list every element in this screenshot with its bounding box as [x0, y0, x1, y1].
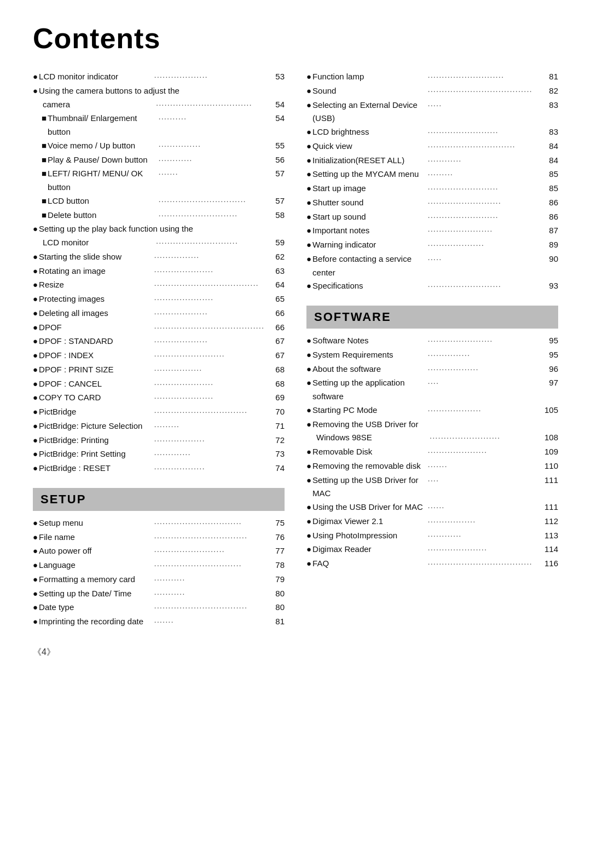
entry-dots: ······························· [428, 140, 543, 154]
list-item: ●Specifications·························… [306, 279, 558, 294]
bullet: ● [306, 348, 311, 362]
entry-dots: ···················· [428, 238, 543, 252]
entry-label: Using the USB Driver for MAC [312, 501, 427, 514]
entry-dots: ················· [428, 515, 543, 529]
list-item: ■Thumbnail/ Enlargement button··········… [33, 112, 285, 139]
entry-label: Setting up the Date/ Time [39, 587, 154, 601]
list-item: ●Shutter sound··························… [306, 196, 558, 210]
bullet: ● [33, 601, 38, 614]
software-entries: ●Software Notes·······················95… [306, 334, 558, 571]
entry-page: 113 [543, 529, 558, 543]
bullet: ● [33, 559, 38, 572]
entry-page: 65 [269, 292, 285, 306]
entry-dots: ······················· [428, 334, 543, 348]
entry-page: 109 [543, 445, 558, 459]
bullet: ■ [42, 209, 47, 222]
entry-label: File name [39, 531, 154, 544]
list-item: ●Initialization(RESET ALL)············84 [306, 154, 558, 168]
entry-dots: ············ [428, 529, 543, 543]
entry-dots: ········· [154, 419, 269, 434]
entry-dots: ······ [428, 501, 543, 515]
bullet: ● [33, 377, 38, 391]
list-item: ●COPY TO CARD·····················69 [33, 391, 285, 405]
entry-label: Setting up the MYCAM menu [312, 168, 427, 181]
page-title: Contents [33, 22, 558, 55]
entry-label: DPOF [39, 321, 154, 335]
entry-label: Language [39, 559, 154, 572]
entry-dots: ························· [428, 182, 543, 196]
entry-label: Removing the removable disk [312, 459, 427, 473]
entry-label: Removing the USB Driver for [312, 418, 558, 432]
entry-page: 85 [543, 182, 558, 196]
entry-label: Imprinting the recording date [39, 615, 154, 629]
list-item: ●Starting the slide show················… [33, 250, 285, 265]
entry-dots: ······· [428, 459, 543, 474]
entry-label: Play & Pause/ Down button [48, 153, 158, 167]
entry-dots: ························· [428, 125, 543, 140]
entry-dots: ······························· [159, 194, 269, 209]
entry-label: Setup menu [39, 516, 154, 530]
entry-dots: ······· [154, 615, 269, 629]
entry-label: FAQ [312, 557, 427, 571]
entry-label: Selecting an External Device (USB) [312, 99, 427, 126]
list-item: ●Start up image·························… [306, 182, 558, 196]
bullet: ■ [42, 167, 47, 181]
list-item: ●System Requirements···············95 [306, 348, 558, 363]
entry-dots: ································· [154, 531, 269, 545]
list-item: ●Selecting an External Device (USB)·····… [306, 99, 558, 126]
entry-page: 84 [543, 154, 558, 168]
list-item: ●Language·······························… [33, 559, 285, 573]
entry-label: DPOF : CANCEL [39, 377, 154, 391]
list-item: ●Software Notes·······················95 [306, 334, 558, 348]
entry-page: 86 [543, 196, 558, 210]
entry-dots: ················· [154, 363, 269, 377]
entry-page: 111 [543, 474, 558, 487]
entry-label: PictBridge: Printing [39, 434, 154, 447]
entry-label: Using the camera buttons to adjust the [39, 84, 285, 98]
bullet: ● [306, 238, 311, 252]
entry-label: Starting the slide show [39, 250, 154, 264]
entry-page: 68 [269, 377, 285, 391]
entry-page: 80 [269, 601, 285, 614]
list-item: ●Sound··································… [306, 84, 558, 99]
entry-label: Setting up the application software [312, 376, 427, 404]
entry-page: 96 [543, 363, 558, 376]
bullet: ● [33, 462, 38, 475]
entry-page: 93 [543, 279, 558, 293]
entry-dots: ·········· [159, 112, 269, 126]
entry-page: 114 [543, 543, 558, 556]
entry-label: Thumbnail/ Enlargement button [48, 112, 158, 139]
bullet: ● [306, 182, 311, 196]
entry-label: Auto power off [39, 544, 154, 558]
entry-dots: ·················· [154, 434, 269, 448]
bullet: ● [306, 168, 311, 181]
entry-page: 79 [269, 573, 285, 587]
list-item: ●Function lamp··························… [306, 70, 558, 84]
entry-page: 68 [269, 363, 285, 377]
list-item: ●About the software··················96 [306, 363, 558, 377]
entry-label: System Requirements [312, 348, 427, 362]
entry-label: Digimax Reader [312, 543, 427, 556]
entry-dots: ··················· [154, 335, 269, 349]
right-main-entries: ●Function lamp··························… [306, 70, 558, 294]
list-item: ●Using PhotoImpression············113 [306, 529, 558, 543]
list-item: ■LEFT/ RIGHT/ MENU/ OK button·······57 [33, 167, 285, 194]
entry-label: camera [43, 98, 156, 112]
entry-label: Setting up the play back function using … [39, 222, 285, 236]
entry-dots: ····················· [154, 377, 269, 392]
entry-label: Setting up the USB Driver for MAC [312, 474, 427, 501]
entry-label: Using PhotoImpression [312, 529, 427, 543]
entry-page: 57 [269, 194, 285, 208]
entry-dots: ································· [154, 405, 269, 419]
list-item: ●LCD brightness·························… [306, 125, 558, 140]
entry-label: PictBridge [39, 405, 154, 419]
entry-dots: ························· [430, 431, 543, 445]
entry-label: LEFT/ RIGHT/ MENU/ OK button [48, 167, 158, 194]
entry-label: Removable Disk [312, 445, 427, 459]
entry-page: 85 [543, 168, 558, 181]
entry-page: 66 [269, 321, 285, 335]
list-item: ■Play & Pause/ Down button············56 [33, 153, 285, 168]
list-item: ●Using the USB Driver for MAC······111 [306, 501, 558, 515]
entry-label: Initialization(RESET ALL) [312, 154, 427, 168]
entry-page: 112 [543, 515, 558, 528]
